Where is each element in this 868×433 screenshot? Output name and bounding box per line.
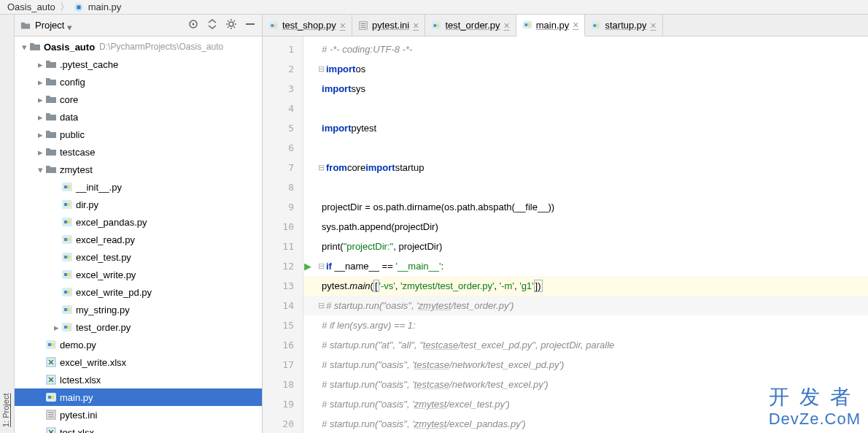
tree-row[interactable]: lctest.xlsx [15, 371, 262, 388]
tree-row[interactable]: ▸config [15, 73, 262, 91]
fold-icon[interactable]: ⊟ [318, 261, 325, 271]
chevron-right-icon[interactable]: ▸ [35, 77, 45, 87]
code-line[interactable]: ⊟from core import startup [303, 158, 868, 177]
tree-row[interactable]: main.py [15, 388, 262, 406]
code-line[interactable]: # -*- coding:UTF-8 -*- [303, 39, 868, 59]
code-line[interactable]: ⊟if __name__ == '__main__': [303, 256, 868, 276]
close-icon[interactable]: × [340, 20, 346, 31]
code-line[interactable]: # startup.run("oasis", 'zmytest/excel_te… [303, 394, 868, 414]
minimize-icon[interactable] [244, 18, 256, 32]
editor-tab[interactable]: startup.py× [585, 15, 662, 36]
tree-row[interactable]: excel_write.xlsx [15, 353, 262, 371]
chevron-right-icon[interactable]: ▸ [35, 59, 45, 69]
chevron-right-icon[interactable]: ▸ [35, 94, 45, 104]
breadcrumb-file[interactable]: main.py [88, 1, 122, 12]
project-tool-button[interactable]: 1: Project [0, 15, 12, 433]
gutter-line[interactable]: 13 [263, 276, 303, 296]
tree-row[interactable]: excel_read.py [15, 231, 262, 248]
code-line[interactable]: projectDir = os.path.dirname(os.path.abs… [303, 197, 868, 217]
tree-row[interactable]: dir.py [15, 196, 262, 213]
editor-tab[interactable]: pytest.ini× [352, 15, 426, 36]
chevron-down-icon[interactable]: ▾ [67, 22, 74, 29]
tree-row[interactable]: ▸data [15, 108, 262, 126]
tree-row[interactable]: excel_write_pd.py [15, 283, 262, 301]
gutter-line[interactable]: 14 [263, 296, 303, 315]
gear-icon[interactable] [225, 18, 237, 32]
tree-row[interactable]: excel_pandas.py [15, 213, 262, 231]
gutter-line[interactable]: 1 [263, 39, 303, 59]
gutter-line[interactable]: 4 [263, 99, 303, 118]
code-line[interactable]: ⊟# startup.run("oasis", 'zmytest/test_or… [303, 296, 868, 315]
code-line[interactable]: print("projectDir:", projectDir) [303, 237, 868, 256]
close-icon[interactable]: × [573, 20, 578, 30]
gutter-line[interactable]: 18 [263, 375, 303, 394]
code-line[interactable]: ⊟import os [303, 59, 868, 79]
editor-gutter[interactable]: 123456789101112▶1314151617181920 [263, 37, 303, 433]
gutter-line[interactable]: 17 [263, 355, 303, 375]
code-area[interactable]: # -*- coding:UTF-8 -*-⊟import os import … [303, 37, 868, 433]
gutter-line[interactable]: 9 [263, 197, 303, 217]
tree-row[interactable]: ▸test_order.py [15, 318, 262, 336]
tree-row[interactable]: ▸.pytest_cache [15, 55, 262, 73]
code-line[interactable] [303, 177, 868, 197]
code-line[interactable]: sys.path.append(projectDir) [303, 217, 868, 237]
gutter-line[interactable]: 16 [263, 335, 303, 355]
code-line[interactable]: # if len(sys.argv) == 1: [303, 315, 868, 335]
gutter-line[interactable]: 12▶ [263, 256, 303, 276]
code-line[interactable]: import sys [303, 79, 868, 99]
tree-row[interactable]: ▸public [15, 126, 262, 143]
py-icon [45, 339, 57, 350]
code-line[interactable]: pytest.main(['-vs', 'zmytest/test_order.… [303, 276, 868, 296]
project-tree[interactable]: ▾Oasis_autoD:\PycharmProjects\Oasis_auto… [15, 37, 262, 433]
expand-all-icon[interactable] [206, 18, 218, 32]
arrow-spacer [35, 375, 45, 385]
fold-icon[interactable]: ⊟ [318, 301, 325, 310]
code-line[interactable]: # startup.run("at", "all", "testcase/tes… [303, 335, 868, 355]
close-icon[interactable]: × [504, 20, 510, 31]
tree-row[interactable]: excel_write.py [15, 266, 262, 283]
gutter-line[interactable]: 10 [263, 217, 303, 237]
gutter-line[interactable]: 20 [263, 414, 303, 433]
editor-tab[interactable]: test_shop.py× [263, 15, 352, 36]
chevron-right-icon[interactable]: ▸ [35, 129, 45, 139]
tree-row[interactable]: ▸testcase [15, 143, 262, 161]
fold-icon[interactable]: ⊟ [318, 64, 325, 74]
code-line[interactable]: # startup.run("oasis", 'testcase/network… [303, 355, 868, 375]
code-line[interactable]: # startup.run("oasis", 'zmytest/excel_pa… [303, 414, 868, 433]
close-icon[interactable]: × [413, 20, 419, 31]
gutter-line[interactable]: 8 [263, 177, 303, 197]
chevron-right-icon[interactable]: ▸ [51, 322, 61, 332]
fold-icon[interactable]: ⊟ [318, 163, 325, 172]
tree-row[interactable]: __init__.py [15, 178, 262, 196]
project-view-title[interactable]: Project [35, 20, 64, 31]
tree-row[interactable]: ▾zmytest [15, 161, 262, 178]
gutter-line[interactable]: 6 [263, 138, 303, 158]
code-line[interactable] [303, 99, 868, 118]
tree-row[interactable]: pytest.ini [15, 406, 262, 424]
editor-tab[interactable]: test_order.py× [425, 15, 516, 36]
gutter-line[interactable]: 3 [263, 79, 303, 99]
code-line[interactable]: # startup.run("oasis", 'testcase/network… [303, 375, 868, 394]
gutter-line[interactable]: 11 [263, 237, 303, 256]
gutter-line[interactable]: 15 [263, 315, 303, 335]
editor-tab[interactable]: main.py× [516, 15, 586, 37]
tree-row[interactable]: excel_test.py [15, 248, 262, 266]
chevron-down-icon[interactable]: ▾ [19, 42, 29, 52]
chevron-down-icon[interactable]: ▾ [35, 164, 45, 175]
gutter-line[interactable]: 19 [263, 394, 303, 414]
chevron-right-icon[interactable]: ▸ [35, 112, 45, 122]
tree-row[interactable]: test.xlsx [15, 424, 262, 433]
locate-icon[interactable] [187, 18, 199, 32]
breadcrumb-root[interactable]: Oasis_auto [7, 1, 55, 12]
chevron-right-icon[interactable]: ▸ [35, 147, 45, 157]
gutter-line[interactable]: 2 [263, 59, 303, 79]
tree-row[interactable]: demo.py [15, 336, 262, 353]
code-line[interactable]: import pytest [303, 118, 868, 138]
code-line[interactable] [303, 138, 868, 158]
tree-row[interactable]: ▸core [15, 91, 262, 108]
tree-row[interactable]: ▾Oasis_autoD:\PycharmProjects\Oasis_auto [15, 38, 262, 55]
gutter-line[interactable]: 5 [263, 118, 303, 138]
gutter-line[interactable]: 7 [263, 158, 303, 177]
close-icon[interactable]: × [651, 20, 656, 31]
tree-row[interactable]: my_string.py [15, 301, 262, 318]
